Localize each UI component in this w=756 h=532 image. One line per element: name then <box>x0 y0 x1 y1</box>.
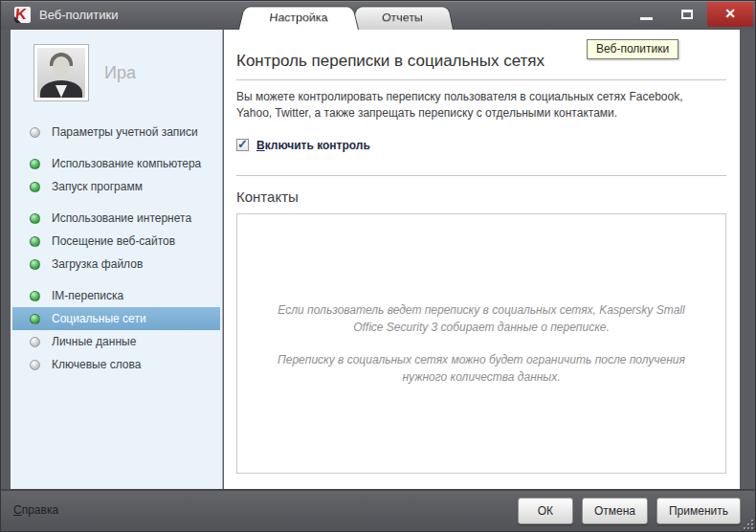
status-dot-green-icon <box>30 259 40 270</box>
minimize-button[interactable] <box>627 2 667 27</box>
page-description: Вы можете контролировать переписку польз… <box>236 89 726 122</box>
sidebar-nav: Параметры учетной записи Использование к… <box>11 121 222 376</box>
sidebar-item-internet-usage[interactable]: Использование интернета <box>12 207 220 230</box>
status-dot-green-icon <box>30 236 40 247</box>
avatar-photo <box>37 48 85 98</box>
tooltip: Веб-политики <box>587 39 678 59</box>
status-dot-gray-icon <box>30 337 40 347</box>
tab-bar: Настройка Отчеты <box>242 4 450 30</box>
sidebar-item-account-settings[interactable]: Параметры учетной записи <box>12 121 220 144</box>
cancel-button[interactable]: Отмена <box>582 498 648 524</box>
section-separator <box>236 175 726 176</box>
tab-settings[interactable]: Настройка <box>238 7 359 30</box>
user-name: Ира <box>104 63 136 83</box>
status-dot-green-icon <box>30 291 40 301</box>
ok-button[interactable]: ОК <box>518 498 573 524</box>
contacts-empty-text-1: Если пользователь ведет переписку в соци… <box>271 301 692 336</box>
help-link[interactable]: Справка <box>13 503 58 517</box>
kaspersky-logo-icon: K <box>14 7 31 23</box>
enable-control-row: ✓ Включить контроль <box>236 139 726 152</box>
title-separator <box>236 79 726 80</box>
contacts-section-title: Контакты <box>236 188 726 205</box>
status-dot-gray-icon <box>30 360 40 370</box>
status-dot-green-icon <box>30 182 40 192</box>
avatar <box>33 44 89 101</box>
status-dot-green-icon <box>30 213 40 224</box>
web-policies-window: K Веб-политики ✕ Настройка Отчеты Ира <box>0 0 756 532</box>
resize-grip[interactable] <box>744 520 753 529</box>
minimize-icon <box>640 17 653 20</box>
sidebar-item-keywords[interactable]: Ключевые слова <box>12 353 220 376</box>
sidebar-item-im-messaging[interactable]: IM-переписка <box>12 284 220 307</box>
contacts-empty-text-2: Переписку в социальных сетях можно будет… <box>271 351 692 386</box>
close-button[interactable]: ✕ <box>707 2 753 27</box>
main-content: Контроль переписки в социальных сетях Вы… <box>224 30 740 489</box>
enable-control-label[interactable]: Включить контроль <box>256 139 370 152</box>
dialog-buttons: ОК Отмена Применить <box>518 498 741 524</box>
sidebar-item-file-downloads[interactable]: Загрузка файлов <box>12 253 220 276</box>
status-dot-gray-icon <box>30 127 40 138</box>
checkbox-check-icon: ✓ <box>237 137 248 151</box>
enable-control-checkbox[interactable]: ✓ <box>236 139 249 151</box>
maximize-button[interactable] <box>667 2 707 27</box>
status-dot-green-icon <box>30 314 40 324</box>
status-dot-green-icon <box>30 159 40 169</box>
footer-bar: Справка ОК Отмена Применить <box>1 489 755 531</box>
apply-button[interactable]: Применить <box>656 498 741 524</box>
window-title: Веб-политики <box>39 8 119 22</box>
sidebar: Ира Параметры учетной записи Использован… <box>11 30 223 489</box>
tab-reports[interactable]: Отчеты <box>351 7 454 30</box>
window-controls: ✕ <box>627 2 753 27</box>
sidebar-item-program-launch[interactable]: Запуск программ <box>12 175 220 198</box>
sidebar-item-social-networks[interactable]: Социальные сети <box>12 307 220 330</box>
maximize-icon <box>681 10 693 19</box>
close-icon: ✕ <box>707 6 753 21</box>
user-block: Ира <box>11 30 222 101</box>
sidebar-item-website-visits[interactable]: Посещение веб-сайтов <box>12 230 220 253</box>
sidebar-item-personal-data[interactable]: Личные данные <box>12 330 220 353</box>
sidebar-item-computer-usage[interactable]: Использование компьютера <box>12 152 220 175</box>
kaspersky-logo-corner <box>14 16 21 23</box>
contacts-empty-panel: Если пользователь ведет переписку в соци… <box>236 213 726 474</box>
